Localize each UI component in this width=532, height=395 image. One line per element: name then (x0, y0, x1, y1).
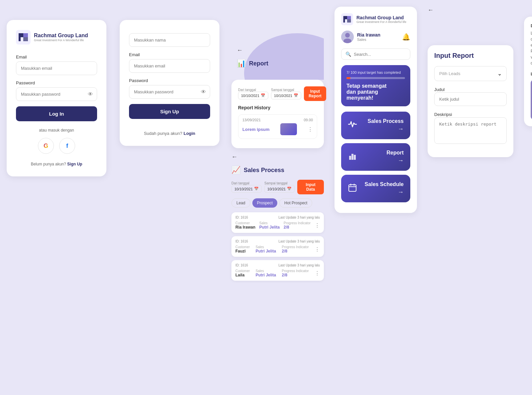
row-menu-2[interactable]: ⋮ (315, 270, 320, 276)
signup-link[interactable]: Sign Up (67, 162, 82, 166)
progress-bar-fill (346, 77, 350, 79)
input-report-back[interactable]: ← (428, 7, 434, 14)
email-label: Email (16, 54, 97, 59)
password-input[interactable] (16, 87, 97, 101)
judul-field-group: Judul (434, 86, 507, 106)
report-title: 📊 Report (237, 59, 268, 68)
sales-arrow-icon: → (398, 126, 404, 133)
svg-point-4 (345, 33, 350, 38)
logo: Rachmat Group Land Great Investment For … (16, 30, 97, 45)
svg-rect-7 (351, 154, 353, 160)
password-wrapper: 👁 (16, 87, 97, 101)
company-name: Rachmat Group Land (34, 33, 88, 39)
tab-prospect[interactable]: Prospect (252, 198, 277, 208)
sp-date-to[interactable]: 10/10/2021 📅 (264, 185, 295, 193)
input-data-button[interactable]: Input Data (297, 180, 324, 194)
user-row: Ria Irawan Sales 🔔 (341, 31, 410, 43)
table-row: ID: 1616 Last Update 3 hari yang lalu Cu… (231, 212, 324, 233)
input-report-screen: ← Input Report Pilih Leads ⌄ Judul Deskr… (422, 0, 519, 395)
signup-email-label: Email (129, 52, 210, 57)
cal-icon-3: 📅 (254, 187, 259, 191)
sales-process-section: ← 📈 Sales Process Dari tanggal 10/10/202… (231, 153, 324, 281)
facebook-login-button[interactable]: f (59, 138, 75, 154)
detail-card: Deskripsi Lorem ipsum dolor sit amet, co… (524, 17, 532, 126)
eye-icon[interactable]: 👁 (88, 91, 93, 97)
input-report-card: Input Report Pilih Leads ⌄ Judul Deskrip… (428, 45, 513, 157)
input-report-button[interactable]: Input Report (304, 86, 326, 101)
report-main-card: Dari tanggal 10/10/2021 📅 Sampai tanggal… (231, 80, 324, 148)
leads-dropdown[interactable]: Pilih Leads ⌄ (434, 66, 507, 81)
dashboard-logo: Rachmat Group Land Great Investment For … (341, 13, 410, 25)
signup-card: Email Password 👁 Sign Up Sudah punya aku… (120, 20, 219, 146)
deskripsi-detail-label: Deskripsi (531, 23, 532, 28)
bar-chart-icon (348, 151, 357, 163)
google-login-button[interactable]: G (38, 138, 54, 154)
login-screen: Rachmat Group Land Great Investment For … (0, 0, 113, 395)
svg-rect-8 (354, 155, 356, 160)
signup-eye-icon[interactable]: 👁 (201, 89, 206, 95)
cal-icon-4: 📅 (287, 187, 292, 191)
signup-email-input[interactable] (129, 59, 210, 73)
search-icon: 🔍 (345, 51, 351, 57)
login-link-text: Sudah punya akun? Login (129, 131, 210, 136)
progress-bar-bg (346, 77, 405, 79)
detail-screen: Deskripsi Lorem ipsum dolor sit amet, co… (519, 0, 532, 395)
login-link[interactable]: Login (184, 131, 195, 136)
report-arrow-icon: → (398, 157, 404, 164)
notification-bell[interactable]: 🔔 (402, 33, 410, 41)
chevron-down-icon: ⌄ (497, 70, 502, 77)
report-top-area: ← 📊 Report (231, 7, 324, 80)
tab-hot-prospect[interactable]: Hot Prospect (279, 198, 312, 208)
row-menu-0[interactable]: ⋮ (315, 222, 320, 229)
sales-tabs: Lead Prospect Hot Prospect (231, 198, 324, 208)
back-btn-2[interactable]: ← (231, 153, 237, 160)
user-avatar (341, 31, 354, 43)
report-menu[interactable]: Report → (341, 143, 410, 171)
sales-process-title: 📈 Sales Process (231, 166, 324, 174)
signup-password-wrapper: 👁 (129, 85, 210, 99)
signup-password-input[interactable] (129, 85, 210, 99)
signup-button[interactable]: Sign Up (129, 104, 210, 119)
search-bar[interactable]: 🔍 (341, 49, 410, 60)
report-history-title: Report History (238, 105, 317, 110)
row-menu-1[interactable]: ⋮ (315, 246, 320, 252)
progress-label: 7/ 100 input target has completed (346, 70, 405, 74)
sales-process-menu[interactable]: Sales Process → (341, 112, 410, 139)
dashboard-card: Rachmat Group Land Great Investment For … (334, 7, 417, 213)
svg-rect-6 (349, 156, 351, 160)
report-icon: 📊 (237, 59, 246, 68)
logo-icon (16, 30, 31, 45)
report-date-from[interactable]: 10/10/2021 📅 (238, 92, 268, 99)
sp-date-from[interactable]: 10/10/2021 📅 (231, 185, 262, 193)
dashboard-logo-icon (341, 13, 353, 25)
report-row-menu[interactable]: ⋮ (308, 126, 313, 133)
tab-lead[interactable]: Lead (231, 198, 250, 208)
report-date-row: Dari tanggal 10/10/2021 📅 Sampai tanggal… (238, 86, 317, 101)
name-input[interactable] (129, 33, 210, 47)
back-button[interactable]: ← (237, 47, 243, 54)
dashboard-screen: Rachmat Group Land Great Investment For … (329, 0, 422, 395)
company-tagline: Great Investment For A Wonderful life (34, 39, 88, 42)
report-date-to[interactable]: 10/10/2021 📅 (271, 92, 301, 99)
calendar-icon-2: 📅 (294, 93, 298, 98)
deskripsi-detail-text: Lorem ipsum dolor sit amet, consectetur … (531, 30, 532, 66)
signup-password-label: Password (129, 78, 210, 83)
input-report-title: Input Report (434, 52, 507, 59)
signup-screen: Email Password 👁 Sign Up Sudah punya aku… (113, 0, 226, 395)
google-icon: G (44, 143, 48, 149)
svg-rect-9 (349, 185, 356, 191)
sp-date-row: Dari tanggal 10/10/2021 📅 Sampai tanggal… (231, 180, 324, 194)
password-label: Password (16, 80, 97, 85)
schedule-menu[interactable]: Sales Schedule → (341, 175, 410, 202)
avatar-image (341, 31, 354, 43)
email-input[interactable] (16, 61, 97, 75)
search-input[interactable] (354, 52, 406, 57)
lampiran-image (531, 80, 532, 120)
deskripsi-field-group: Deskripsi (434, 111, 507, 145)
login-button[interactable]: Log In (16, 106, 97, 121)
social-buttons: G f (16, 138, 97, 154)
table-row: ID: 1616 Last Update 3 hari yang lalu Cu… (231, 260, 324, 281)
judul-input[interactable] (434, 92, 507, 106)
deskripsi-input[interactable] (434, 117, 507, 144)
alt-login-text: atau masuk dengan (16, 128, 97, 133)
